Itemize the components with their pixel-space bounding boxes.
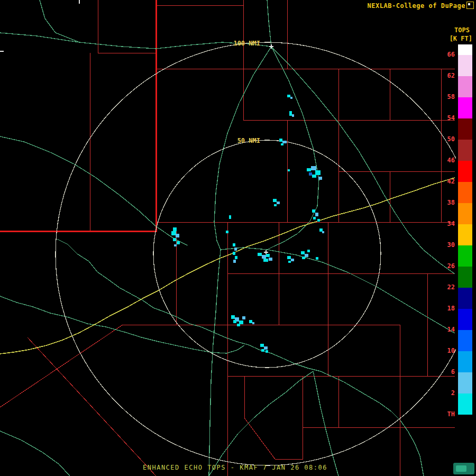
echo-pixel bbox=[239, 321, 243, 324]
echo-pixel bbox=[312, 175, 316, 178]
site-title: NEXLAB-College of DuPage bbox=[368, 2, 465, 10]
colorbar-tick-label: 66 bbox=[435, 51, 455, 58]
colorbar-segment bbox=[458, 393, 472, 415]
highway-green bbox=[57, 239, 424, 476]
echo-pixel bbox=[171, 231, 176, 235]
echo-pixel bbox=[315, 213, 318, 216]
echo-pixel bbox=[264, 346, 268, 350]
highway-green bbox=[267, 47, 319, 250]
colorbar-tick-label: TH bbox=[435, 410, 455, 418]
echo-pixel bbox=[311, 166, 316, 170]
colorbar-tick-label: 18 bbox=[435, 305, 455, 312]
echo-pixel bbox=[313, 217, 316, 219]
echo-pixel bbox=[318, 177, 322, 180]
colorbar-segment bbox=[458, 267, 472, 288]
echo-pixel bbox=[301, 251, 305, 254]
echo-pixel bbox=[229, 215, 231, 219]
colorbar-segment bbox=[458, 44, 472, 55]
echo-pixel bbox=[260, 344, 264, 347]
echo-pixel bbox=[249, 320, 252, 323]
colorbar-tick-label: 10 bbox=[435, 347, 455, 354]
colorbar-segment bbox=[458, 415, 472, 423]
range-ring bbox=[56, 42, 456, 465]
colorbar-segment bbox=[458, 140, 472, 161]
echo-pixel bbox=[287, 95, 290, 97]
nexlab-logo-icon bbox=[466, 2, 474, 9]
highway-green bbox=[209, 371, 313, 476]
highway-green bbox=[221, 248, 455, 333]
echo-pixel bbox=[307, 168, 311, 171]
range-ring-label: 100 NMI bbox=[233, 40, 260, 47]
echo-pixel bbox=[234, 248, 237, 251]
cod-weather-logo bbox=[453, 463, 474, 474]
colorbar-segment bbox=[458, 245, 472, 267]
echo-pixel bbox=[233, 252, 235, 255]
echo-pixel bbox=[173, 227, 177, 231]
echo-pixel bbox=[177, 241, 180, 244]
echo-pixel bbox=[266, 350, 268, 353]
echo-pixel bbox=[261, 349, 264, 352]
echo-pixel bbox=[252, 322, 254, 324]
colorbar-segment bbox=[458, 161, 472, 182]
colorbar-tick-label: 38 bbox=[435, 199, 455, 206]
echo-pixel bbox=[279, 139, 282, 142]
colorbar-segment bbox=[458, 182, 472, 203]
echo-pixel bbox=[273, 199, 277, 202]
highway-green bbox=[271, 47, 455, 274]
echo-pixel bbox=[174, 244, 177, 246]
echo-pixel bbox=[233, 243, 235, 246]
echo-pixel bbox=[305, 254, 308, 257]
echo-pixel bbox=[235, 256, 237, 259]
colorbar-units-label: [K FT] bbox=[450, 35, 472, 42]
colorbar-segment bbox=[458, 97, 472, 118]
colorbar-segment bbox=[458, 288, 472, 309]
echo-pixel bbox=[173, 238, 176, 241]
echo-pixel bbox=[233, 260, 236, 263]
echo-pixel bbox=[282, 141, 287, 143]
echo-pixel bbox=[307, 250, 310, 252]
colorbar-tick-label: 34 bbox=[435, 220, 455, 227]
echo-pixel bbox=[176, 234, 179, 237]
echo-pixel bbox=[316, 257, 318, 260]
echo-pixel bbox=[274, 204, 277, 206]
highway-green bbox=[214, 47, 271, 250]
highway-green bbox=[209, 250, 221, 476]
echo-pixel bbox=[322, 231, 324, 233]
echo-pixel bbox=[233, 320, 236, 323]
echo-pixel bbox=[312, 209, 315, 213]
echo-pixel bbox=[291, 259, 294, 261]
colorbar-segment bbox=[458, 372, 472, 393]
county-line bbox=[0, 325, 123, 407]
colorbar-tick-label: 30 bbox=[435, 241, 455, 249]
echo-pixel bbox=[242, 316, 245, 319]
radar-frame: 50 NMI100 NMI NEXLAB-College of DuPage T… bbox=[0, 0, 476, 476]
echo-pixel bbox=[281, 143, 283, 145]
echo-pixel bbox=[292, 114, 294, 117]
colorbar-title: TOPS bbox=[454, 26, 470, 34]
echo-pixel bbox=[269, 258, 272, 261]
colorbar-tick-label: 22 bbox=[435, 283, 455, 291]
highway-green bbox=[0, 136, 188, 245]
colorbar-tick-label: 46 bbox=[435, 157, 455, 164]
colorbar-segment bbox=[458, 55, 472, 76]
echo-pixel bbox=[290, 97, 292, 99]
highway-green bbox=[267, 0, 271, 47]
echo-pixel bbox=[289, 111, 292, 116]
echo-pixel bbox=[287, 256, 291, 259]
colorbar-segment bbox=[458, 76, 472, 97]
echo-pixel bbox=[262, 255, 266, 259]
range-ring-label: 50 NMI bbox=[237, 137, 260, 144]
echo-pixel bbox=[317, 219, 320, 222]
colorbar bbox=[458, 44, 472, 423]
highway-green bbox=[40, 0, 79, 42]
colorbar-segment bbox=[458, 203, 472, 224]
echo-pixel bbox=[309, 172, 312, 176]
colorbar-segment bbox=[458, 224, 472, 245]
colorbar-tick-label: 2 bbox=[435, 389, 455, 397]
product-caption: ENHANCED ECHO TOPS - KMAF 7 JAN 26 08:06 bbox=[143, 464, 327, 471]
echo-pixel bbox=[231, 315, 235, 319]
echo-pixel bbox=[263, 259, 268, 262]
county-line bbox=[244, 376, 303, 459]
echo-pixel bbox=[258, 253, 262, 256]
radar-map: 50 NMI100 NMI bbox=[0, 0, 456, 476]
